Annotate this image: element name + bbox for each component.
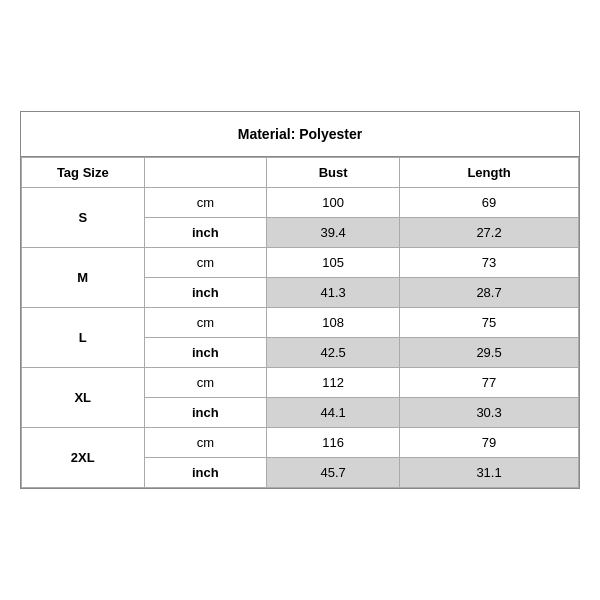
table-row: M cm 105 73 (22, 248, 579, 278)
length-inch-value: 29.5 (400, 338, 579, 368)
bust-cm-value: 112 (267, 368, 400, 398)
size-table: Tag Size Bust Length S cm 100 69 inch 39… (21, 157, 579, 488)
unit-cm-cell: cm (144, 188, 267, 218)
bust-cm-value: 116 (267, 428, 400, 458)
unit-inch-cell: inch (144, 278, 267, 308)
size-chart-container: Material: Polyester Tag Size Bust Length… (20, 111, 580, 489)
bust-inch-value: 39.4 (267, 218, 400, 248)
tag-size-header: Tag Size (22, 158, 145, 188)
length-header: Length (400, 158, 579, 188)
chart-title: Material: Polyester (21, 112, 579, 157)
unit-cm-cell: cm (144, 308, 267, 338)
tag-size-cell: 2XL (22, 428, 145, 488)
bust-inch-value: 41.3 (267, 278, 400, 308)
tag-size-cell: M (22, 248, 145, 308)
length-cm-value: 69 (400, 188, 579, 218)
tag-size-cell: XL (22, 368, 145, 428)
table-row: L cm 108 75 (22, 308, 579, 338)
table-header-row: Tag Size Bust Length (22, 158, 579, 188)
length-inch-value: 30.3 (400, 398, 579, 428)
unit-inch-cell: inch (144, 218, 267, 248)
length-cm-value: 77 (400, 368, 579, 398)
length-cm-value: 73 (400, 248, 579, 278)
bust-inch-value: 45.7 (267, 458, 400, 488)
length-inch-value: 31.1 (400, 458, 579, 488)
table-row: 2XL cm 116 79 (22, 428, 579, 458)
table-row: XL cm 112 77 (22, 368, 579, 398)
unit-cm-cell: cm (144, 248, 267, 278)
unit-cm-cell: cm (144, 428, 267, 458)
length-cm-value: 75 (400, 308, 579, 338)
bust-inch-value: 42.5 (267, 338, 400, 368)
unit-inch-cell: inch (144, 338, 267, 368)
unit-inch-cell: inch (144, 458, 267, 488)
bust-header: Bust (267, 158, 400, 188)
bust-cm-value: 105 (267, 248, 400, 278)
tag-size-cell: L (22, 308, 145, 368)
unit-inch-cell: inch (144, 398, 267, 428)
tag-size-cell: S (22, 188, 145, 248)
table-row: S cm 100 69 (22, 188, 579, 218)
bust-cm-value: 100 (267, 188, 400, 218)
length-cm-value: 79 (400, 428, 579, 458)
unit-cm-cell: cm (144, 368, 267, 398)
length-inch-value: 27.2 (400, 218, 579, 248)
bust-cm-value: 108 (267, 308, 400, 338)
length-inch-value: 28.7 (400, 278, 579, 308)
bust-inch-value: 44.1 (267, 398, 400, 428)
unit-header (144, 158, 267, 188)
